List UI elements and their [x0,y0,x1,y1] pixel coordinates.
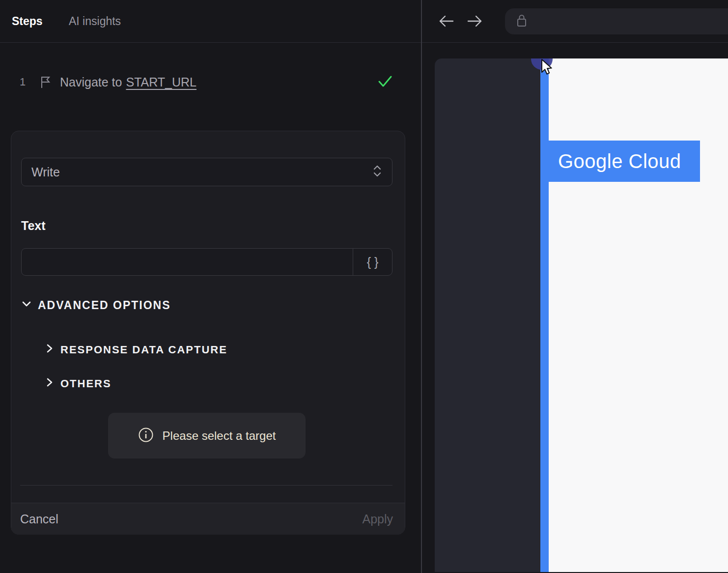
action-type-select[interactable]: Write [21,158,392,186]
app-window: Steps AI insights 1 Navigate to START_UR… [0,0,728,573]
tab-ai-insights[interactable]: AI insights [69,0,121,42]
chevron-down-icon [21,298,32,312]
editor-footer: Cancel Apply [11,503,405,535]
footer-divider [20,485,392,486]
tab-steps[interactable]: Steps [12,0,43,42]
action-type-value: Write [31,165,372,179]
panel-divider [421,0,422,573]
notice-text: Please select a target [163,429,276,443]
step-label: Navigate to START_URL [60,69,196,95]
select-target-notice: Please select a target [108,413,306,458]
browser-back-button[interactable] [438,14,455,29]
others-toggle[interactable]: OTHERS [45,377,112,391]
step-action-text: Navigate to [60,75,122,89]
flag-icon [39,75,52,91]
step-target-link[interactable]: START_URL [126,75,196,89]
chevron-right-icon [45,343,55,357]
lock-icon [516,13,528,30]
text-input[interactable] [22,249,353,275]
google-cloud-banner-text: Google Cloud [558,150,681,172]
cancel-button[interactable]: Cancel [20,503,58,535]
response-data-capture-toggle[interactable]: RESPONSE DATA CAPTURE [45,343,227,357]
info-icon [138,427,154,445]
step-row[interactable]: 1 Navigate to START_URL [0,69,421,95]
highlighted-element-strip [540,58,549,572]
response-data-capture-label: RESPONSE DATA CAPTURE [60,344,227,356]
advanced-options-toggle[interactable]: ADVANCED OPTIONS [21,298,171,312]
page-content-area[interactable] [549,58,728,572]
select-chevrons-icon [372,165,382,179]
step-number: 1 [20,69,26,95]
step-editor-card: Write Text { } ADVANCED OPTIONS [11,131,405,535]
mouse-cursor-icon [541,59,558,80]
address-bar[interactable] [505,8,728,34]
success-check-icon [377,75,393,90]
insert-variable-button[interactable]: { } [353,249,392,275]
advanced-options-label: ADVANCED OPTIONS [38,299,171,312]
text-field-label: Text [21,219,46,233]
text-input-group: { } [21,248,392,276]
google-cloud-banner[interactable]: Google Cloud [549,141,700,182]
topbar-divider [0,42,728,43]
others-label: OTHERS [60,377,112,390]
apply-button[interactable]: Apply [362,503,393,535]
browser-forward-button[interactable] [466,14,483,29]
chevron-right-icon [45,377,55,391]
browser-viewport[interactable]: Google Cloud [435,58,728,572]
